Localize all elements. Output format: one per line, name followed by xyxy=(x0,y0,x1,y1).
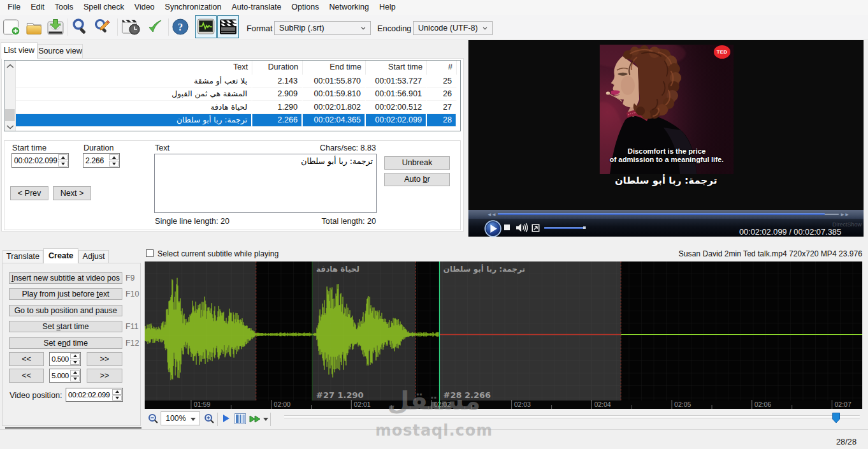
new-file-button[interactable] xyxy=(3,18,20,36)
encoding-combobox[interactable]: Unicode (UTF-8) xyxy=(413,21,493,35)
seek-back-button[interactable]: << xyxy=(9,352,44,366)
video-seek-bar[interactable]: ◄◄ ►► xyxy=(468,210,864,219)
subtitle-row-28[interactable]: ترجمة: ربا أبو سلطان2.26600:02:04.36500:… xyxy=(16,114,457,128)
menu-spell-check[interactable]: Spell check xyxy=(78,0,129,15)
tab-list-view[interactable]: List view xyxy=(1,42,38,59)
timeline-tick-label: 02:05 xyxy=(674,401,691,408)
big-step-up-button[interactable] xyxy=(70,370,80,376)
select-current-subtitle-checkbox[interactable] xyxy=(146,249,154,257)
waveform[interactable]: لحياة هادفة#27 1.290ترجمة: ربا أبو سلطان… xyxy=(145,261,862,409)
scroll-down-icon[interactable] xyxy=(5,124,15,130)
button-play-from-just-before-text[interactable]: Play from just before text xyxy=(9,288,122,300)
waveform-region-28[interactable] xyxy=(440,261,621,401)
toggle-video-button[interactable] xyxy=(217,15,239,38)
volume-slider-thumb[interactable] xyxy=(583,226,586,229)
seek-forward-icon[interactable]: ►► xyxy=(840,212,849,217)
subtitle-row-26[interactable]: المشقة هي ثمن القبول2.90900:01:59.81000:… xyxy=(16,88,457,101)
shortcut-f12: F12 xyxy=(126,339,139,348)
small-step-down-button[interactable] xyxy=(70,360,80,365)
chevron-down-icon[interactable] xyxy=(263,418,268,421)
menu-networking[interactable]: Networking xyxy=(324,0,374,15)
stop-button[interactable] xyxy=(504,224,510,230)
waveform-scrollbar[interactable] xyxy=(284,415,860,418)
column-header-start-time[interactable]: Start time xyxy=(366,61,427,75)
tab-adjust[interactable]: Adjust xyxy=(78,250,109,263)
menu-bar: FileEditToolsSpell checkVideoSynchroniza… xyxy=(0,0,868,15)
fast-forward-icon[interactable] xyxy=(249,415,261,423)
find-button[interactable] xyxy=(71,18,89,36)
timeline-tick-label: 02:03 xyxy=(514,401,531,408)
video-frame[interactable]: TED Discomfort is the price of admission… xyxy=(600,45,734,174)
seek-back-button[interactable]: << xyxy=(9,369,44,383)
start-time-up-button[interactable] xyxy=(58,154,68,160)
visual-sync-button[interactable] xyxy=(121,18,141,36)
button-go-to-sub-position-and-pause[interactable]: Go to sub position and pause xyxy=(9,305,122,316)
duration-up-button[interactable] xyxy=(109,154,119,160)
scroll-up-icon[interactable] xyxy=(5,63,15,70)
list-scrollbar[interactable] xyxy=(4,61,16,131)
next-button[interactable]: Next > xyxy=(53,186,91,200)
button-set-end-time[interactable]: Set end time xyxy=(9,337,122,349)
big-step-input[interactable] xyxy=(50,369,69,382)
fullscreen-button[interactable] xyxy=(532,224,540,232)
save-button[interactable] xyxy=(47,18,64,36)
show-columns-icon[interactable] xyxy=(235,413,246,424)
small-step-up-button[interactable] xyxy=(70,353,80,359)
scrollbar-thumb[interactable] xyxy=(5,109,15,121)
menu-edit[interactable]: Edit xyxy=(25,0,50,15)
menu-auto-translate[interactable]: Auto-translate xyxy=(227,0,287,15)
seek-forward-button[interactable]: >> xyxy=(87,352,122,366)
seek-forward-button[interactable]: >> xyxy=(87,369,122,383)
column-header-number[interactable]: # xyxy=(427,61,457,75)
menu-options[interactable]: Options xyxy=(286,0,324,15)
button-insert-new-subtitle-at-video-pos[interactable]: Insert new subtitle at video pos xyxy=(9,272,122,284)
help-button[interactable]: ? xyxy=(171,18,189,36)
zoom-out-icon[interactable] xyxy=(148,413,159,424)
tab-source-view[interactable]: Source view xyxy=(38,44,83,59)
seek-rewind-icon[interactable]: ◄◄ xyxy=(487,212,496,217)
auto-br-button[interactable]: Auto br xyxy=(384,173,450,186)
subtitle-row-27[interactable]: لحياة هادفة1.29000:02:01.80200:02:00.512… xyxy=(16,101,457,114)
waveform-position-marker[interactable] xyxy=(832,413,840,423)
tab-create[interactable]: Create xyxy=(43,248,78,263)
prev-button[interactable]: < Prev xyxy=(10,186,48,200)
spell-check-button[interactable] xyxy=(147,18,164,36)
column-header-text[interactable]: Text xyxy=(16,61,252,75)
small-step-input[interactable] xyxy=(50,353,69,365)
column-header-end-time[interactable]: End time xyxy=(303,61,366,75)
zoom-in-icon[interactable] xyxy=(204,413,215,424)
format-combobox[interactable]: SubRip (.srt) xyxy=(274,21,371,35)
wave-play-icon[interactable] xyxy=(222,414,230,423)
cell-start: 00:01:56.901 xyxy=(366,88,427,101)
duration-input[interactable] xyxy=(83,154,108,167)
menu-video[interactable]: Video xyxy=(129,0,160,15)
open-file-button[interactable] xyxy=(25,18,43,36)
replace-button[interactable] xyxy=(94,18,112,36)
video-position-up-button[interactable] xyxy=(112,389,122,395)
volume-icon[interactable] xyxy=(516,223,528,233)
play-button[interactable] xyxy=(484,220,502,237)
unbreak-button[interactable]: Unbreak xyxy=(384,156,450,170)
volume-slider[interactable] xyxy=(544,227,583,229)
cell-start: 00:01:53.727 xyxy=(366,75,427,88)
button-set-start-time[interactable]: Set start time xyxy=(9,321,122,332)
tab-translate[interactable]: Translate xyxy=(3,250,43,263)
start-time-input[interactable] xyxy=(12,154,57,167)
video-position-input[interactable] xyxy=(66,388,112,401)
big-step-down-button[interactable] xyxy=(70,376,80,382)
menu-file[interactable]: File xyxy=(3,0,25,15)
toggle-waveform-button[interactable] xyxy=(195,15,217,38)
menu-tools[interactable]: Tools xyxy=(50,0,78,15)
menu-synchronization[interactable]: Synchronization xyxy=(160,0,227,15)
column-header-duration[interactable]: Duration xyxy=(252,61,303,75)
subtitle-text-area[interactable]: ترجمة: ربا أبو سلطان xyxy=(154,154,377,213)
duration-down-button[interactable] xyxy=(109,161,119,166)
video-position-down-button[interactable] xyxy=(112,395,122,401)
waveform-toggle-icon xyxy=(197,18,215,35)
format-label: Format xyxy=(247,24,273,33)
start-time-down-button[interactable] xyxy=(58,161,68,166)
zoom-level-combobox[interactable]: 100% xyxy=(161,411,200,425)
menu-help[interactable]: Help xyxy=(374,0,401,15)
subtitle-row-25[interactable]: بلا تعب أو مشقة2.14300:01:55.87000:01:53… xyxy=(16,75,457,88)
ted-logo: TED xyxy=(714,45,730,59)
